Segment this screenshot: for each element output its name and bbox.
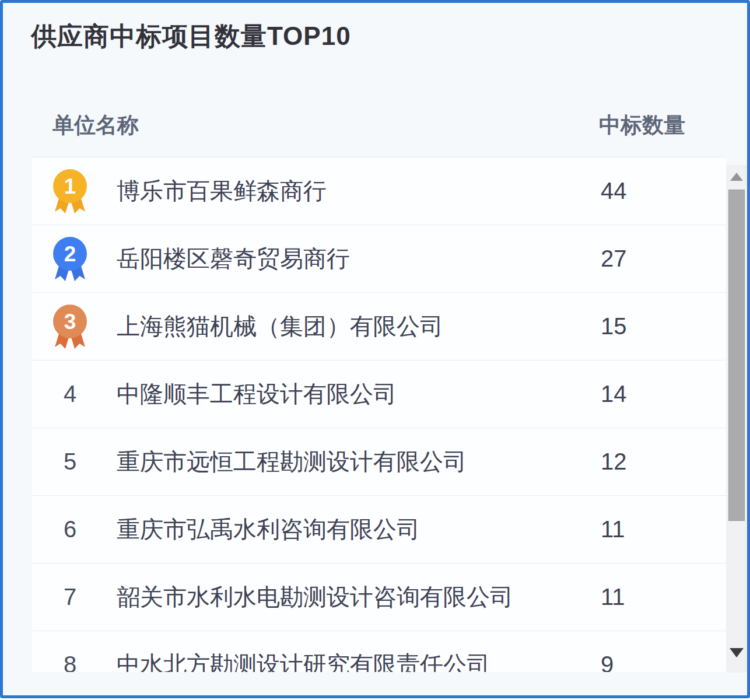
- rank-number: 4: [64, 381, 76, 407]
- rank-cell: 5: [32, 449, 108, 475]
- column-header-win-count: 中标数量: [599, 111, 685, 140]
- table-row: 6 重庆市弘禹水利咨询有限公司 11: [32, 496, 726, 564]
- scroll-down-arrow-icon[interactable]: [730, 648, 744, 657]
- blue-medal-icon: 2: [50, 236, 90, 282]
- rank-cell: 2: [32, 236, 108, 282]
- win-count: 44: [601, 178, 726, 204]
- scroll-up-arrow-icon[interactable]: [730, 173, 743, 181]
- rank-cell: 1: [32, 169, 108, 214]
- table-row: 2 岳阳楼区磬奇贸易商行 27: [32, 225, 726, 293]
- rank-number: 5: [64, 449, 76, 475]
- win-count: 11: [601, 516, 726, 542]
- company-name: 中隆顺丰工程设计有限公司: [108, 378, 601, 410]
- company-name: 韶关市水利水电勘测设计咨询有限公司: [108, 581, 601, 613]
- table-row: 4 中隆顺丰工程设计有限公司 14: [32, 360, 726, 428]
- rank-cell: 6: [32, 516, 108, 542]
- company-name: 岳阳楼区磬奇贸易商行: [108, 243, 601, 275]
- rank-number: 8: [64, 652, 76, 672]
- table-row: 1 博乐市百果鲜森商行 44: [32, 158, 726, 225]
- rank-cell: 8: [32, 652, 108, 672]
- rank-cell: 7: [32, 584, 108, 610]
- win-count: 15: [601, 313, 726, 340]
- scrollbar-thumb[interactable]: [728, 190, 745, 521]
- table-row: 3 上海熊猫机械（集团）有限公司 15: [32, 293, 726, 360]
- gold-medal-icon: 1: [50, 169, 90, 214]
- win-count: 27: [601, 246, 726, 272]
- company-name: 重庆市弘禹水利咨询有限公司: [108, 513, 601, 545]
- win-count: 9: [601, 652, 726, 672]
- supplier-top10-panel: 供应商中标项目数量TOP10 单位名称 中标数量 1 博乐市百果鲜森商行 44: [0, 0, 750, 698]
- table-row: 5 重庆市远恒工程勘测设计有限公司 12: [32, 428, 726, 496]
- rank-number: 6: [64, 516, 76, 542]
- company-name: 上海熊猫机械（集团）有限公司: [108, 310, 601, 342]
- ranking-table: 1 博乐市百果鲜森商行 44 2 岳阳楼区磬奇贸易商行 27: [32, 157, 726, 672]
- company-name: 中水北方勘测设计研究有限责任公司: [108, 649, 601, 672]
- company-name: 博乐市百果鲜森商行: [108, 175, 601, 207]
- svg-text:1: 1: [64, 174, 76, 198]
- table-row: 8 中水北方勘测设计研究有限责任公司 9: [32, 631, 726, 672]
- rank-number: 7: [64, 584, 76, 610]
- table-row: 7 韶关市水利水电勘测设计咨询有限公司 11: [32, 564, 726, 631]
- svg-text:3: 3: [64, 310, 76, 334]
- svg-text:2: 2: [64, 242, 76, 266]
- win-count: 12: [601, 449, 726, 475]
- rank-cell: 3: [32, 304, 108, 349]
- vertical-scrollbar[interactable]: [726, 165, 748, 673]
- win-count: 14: [601, 381, 726, 407]
- bronze-medal-icon: 3: [50, 304, 90, 349]
- rank-cell: 4: [32, 381, 108, 407]
- company-name: 重庆市远恒工程勘测设计有限公司: [108, 446, 601, 478]
- page-title: 供应商中标项目数量TOP10: [31, 19, 351, 54]
- win-count: 11: [601, 584, 726, 610]
- column-header-unit-name: 单位名称: [52, 111, 139, 140]
